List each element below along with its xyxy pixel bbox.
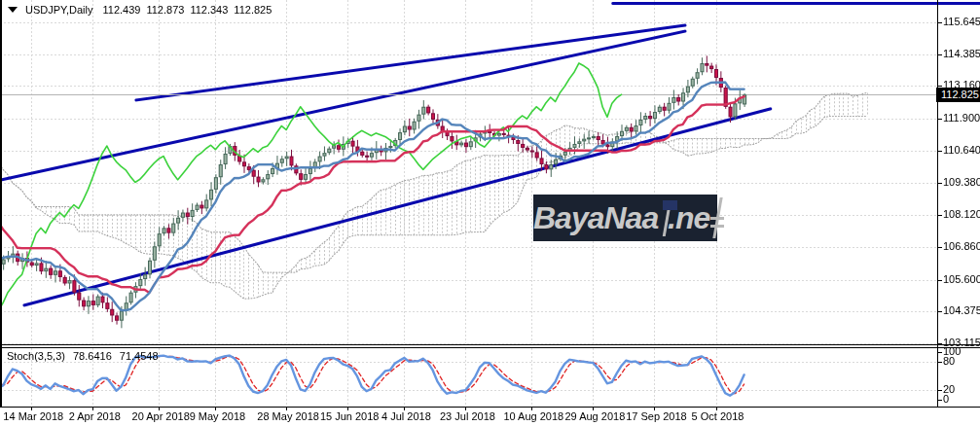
stochastic-main-value: 78.6416 bbox=[73, 350, 112, 362]
low-value: 112.343 bbox=[190, 4, 228, 16]
price-axis-label: 110.640 bbox=[943, 144, 980, 156]
price-axis-label: 106.860 bbox=[943, 240, 980, 252]
time-axis-label: 9 May 2018 bbox=[185, 410, 249, 422]
stochastic-name: Stoch(3,5,3) bbox=[7, 350, 65, 362]
symbol-label: USDJPY,Daily bbox=[25, 4, 93, 16]
time-axis-label: 29 Aug 2018 bbox=[563, 410, 627, 422]
price-axis[interactable]: 115.645114.385113.160111.900110.640109.3… bbox=[937, 0, 980, 426]
time-axis-label: 14 Mar 2018 bbox=[1, 410, 65, 422]
symbol-dropdown-icon[interactable] bbox=[8, 7, 18, 13]
price-axis-label: 104.375 bbox=[943, 304, 980, 316]
stoch-axis-label: 80 bbox=[943, 355, 955, 367]
time-axis-label: 15 Jun 2018 bbox=[317, 410, 381, 422]
current-price-value: 112.825 bbox=[941, 89, 979, 100]
time-axis-label: 23 Jul 2018 bbox=[435, 410, 499, 422]
price-axis-label: 105.600 bbox=[943, 273, 980, 285]
chart-window: USDJPY,Daily 112.439 112.873 112.343 112… bbox=[0, 0, 980, 426]
time-axis-label: 20 Apr 2018 bbox=[128, 410, 193, 422]
price-axis-label: 114.385 bbox=[943, 48, 980, 59]
price-axis-label: 111.900 bbox=[943, 112, 980, 124]
time-axis[interactable]: 14 Mar 20182 Apr 201820 Apr 20189 May 20… bbox=[0, 408, 980, 426]
open-value: 112.439 bbox=[103, 4, 141, 16]
close-value: 112.825 bbox=[234, 4, 272, 16]
stochastic-label: Stoch(3,5,3) 78.6416 71.4548 bbox=[7, 350, 163, 362]
current-price-tag: 112.825 bbox=[936, 88, 980, 102]
watermark-text-left: BayaNaa bbox=[533, 195, 658, 241]
stoch-axis-label: 0 bbox=[943, 393, 949, 405]
price-axis-label: 109.380 bbox=[943, 176, 980, 188]
time-axis-label: 2 Apr 2018 bbox=[62, 410, 127, 422]
watermark: BayaNaa .ne bbox=[533, 195, 717, 241]
price-axis-label: 108.120 bbox=[943, 208, 980, 220]
watermark-flag-icon bbox=[661, 198, 667, 237]
symbol-ohlc-header: USDJPY,Daily 112.439 112.873 112.343 112… bbox=[8, 4, 277, 16]
watermark-tee-icon bbox=[711, 197, 717, 238]
stochastic-signal-value: 71.4548 bbox=[120, 350, 159, 362]
time-axis-label: 28 May 2018 bbox=[256, 410, 320, 422]
time-axis-label: 17 Sep 2018 bbox=[624, 410, 688, 422]
price-axis-label: 115.645 bbox=[943, 16, 980, 27]
chart-canvas[interactable] bbox=[0, 0, 980, 426]
time-axis-label: 10 Aug 2018 bbox=[501, 410, 565, 422]
time-axis-label: 4 Jul 2018 bbox=[374, 410, 438, 422]
high-value: 112.873 bbox=[146, 4, 184, 16]
time-axis-label: 5 Oct 2018 bbox=[686, 410, 750, 422]
